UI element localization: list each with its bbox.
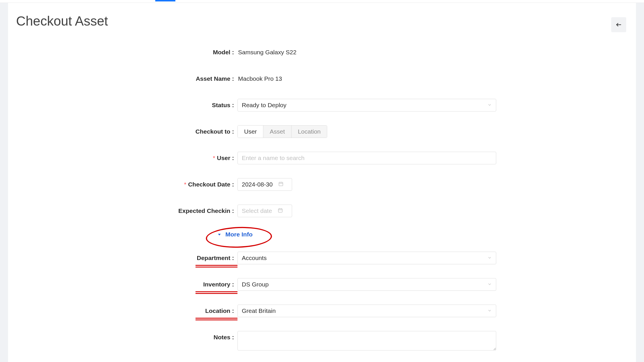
label-expected-checkin: Expected Checkin : (16, 205, 237, 217)
annotation-underline (195, 318, 237, 321)
row-asset-name: Asset Name : Macbook Pro 13 (16, 72, 627, 85)
page-card: Checkout Asset Model : Samsung Galaxy S2… (8, 3, 636, 362)
row-status: Status : Ready to Deploy (16, 99, 627, 111)
label-location: Location : (16, 305, 237, 317)
inventory-value: DS Group (242, 281, 269, 288)
page-title: Checkout Asset (16, 13, 627, 29)
label-inventory: Inventory : (16, 278, 237, 291)
svg-marker-9 (218, 234, 221, 236)
chevron-down-icon (487, 281, 492, 288)
row-department: Department : Accounts (16, 252, 627, 264)
chevron-down-icon (487, 307, 492, 314)
checkout-to-segmented: User Asset Location (237, 125, 327, 138)
row-expected-checkin: Expected Checkin : Select date (16, 205, 627, 217)
label-department: Department : (16, 252, 237, 264)
label-checkout-date: *Checkout Date : (16, 178, 237, 191)
checkout-to-location[interactable]: Location (292, 126, 327, 138)
label-status: Status : (16, 99, 237, 111)
calendar-icon (278, 207, 283, 214)
row-checkout-date: *Checkout Date : 2024-08-30 (16, 178, 627, 191)
row-notes: Notes : (16, 331, 627, 352)
active-tab-underline (155, 0, 175, 1)
row-inventory: Inventory : DS Group (16, 278, 627, 291)
location-value: Great Britain (242, 307, 276, 314)
inventory-select[interactable]: DS Group (237, 278, 496, 291)
checkout-form: Model : Samsung Galaxy S22 Asset Name : … (16, 46, 627, 362)
checkout-date-picker[interactable]: 2024-08-30 (237, 178, 292, 191)
annotation-underline (195, 291, 237, 294)
status-select-value: Ready to Deploy (242, 102, 286, 109)
caret-down-icon (217, 231, 221, 238)
annotation-underline (195, 265, 237, 268)
more-info-label: More Info (225, 231, 253, 238)
value-model: Samsung Galaxy S22 (237, 46, 496, 59)
arrow-left-icon (616, 22, 622, 28)
label-model: Model : (16, 46, 237, 59)
label-user: *User : (16, 152, 237, 164)
svg-rect-5 (278, 209, 282, 212)
more-info-toggle[interactable]: More Info (217, 231, 253, 238)
row-checkout-to: Checkout to : User Asset Location (16, 125, 627, 138)
top-bar (0, 0, 644, 3)
calendar-icon (278, 181, 283, 188)
label-notes: Notes : (16, 331, 237, 344)
label-checkout-to: Checkout to : (16, 125, 237, 138)
row-more-info: More Info (16, 231, 627, 238)
back-button[interactable] (611, 17, 626, 32)
chevron-down-icon (487, 255, 492, 261)
row-location: Location : Great Britain (16, 305, 627, 317)
location-select[interactable]: Great Britain (237, 305, 496, 317)
department-select[interactable]: Accounts (237, 252, 496, 264)
label-asset-name: Asset Name : (16, 72, 237, 85)
checkout-date-value: 2024-08-30 (242, 181, 273, 188)
row-model: Model : Samsung Galaxy S22 (16, 46, 627, 59)
svg-rect-1 (279, 182, 283, 186)
user-input[interactable] (237, 152, 496, 164)
department-value: Accounts (242, 255, 267, 261)
expected-checkin-picker[interactable]: Select date (237, 205, 292, 217)
expected-checkin-placeholder: Select date (242, 207, 272, 214)
chevron-down-icon (487, 102, 492, 109)
value-asset-name: Macbook Pro 13 (237, 72, 496, 85)
notes-textarea[interactable] (237, 331, 496, 351)
status-select[interactable]: Ready to Deploy (237, 99, 496, 111)
checkout-to-asset[interactable]: Asset (263, 126, 292, 138)
row-user: *User : (16, 152, 627, 164)
checkout-to-user[interactable]: User (238, 126, 263, 138)
